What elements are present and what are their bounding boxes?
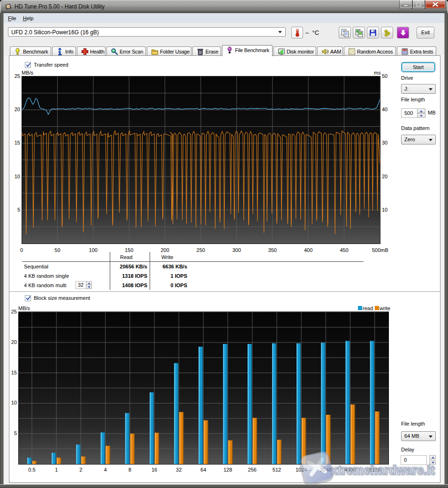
- svg-text:xtremehardware.it: xtremehardware.it: [331, 464, 435, 477]
